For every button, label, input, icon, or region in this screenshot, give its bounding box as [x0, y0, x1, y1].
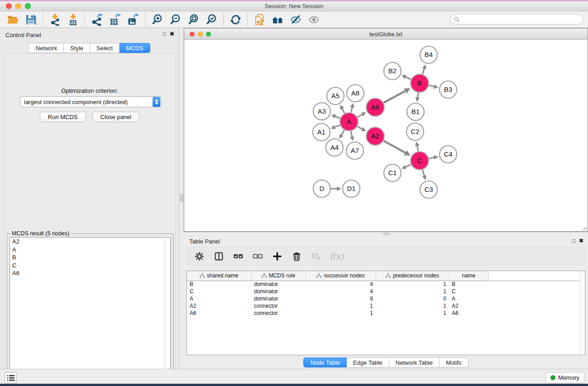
graph-node-C2[interactable]: C2 [406, 123, 424, 140]
show-details-button[interactable] [305, 12, 323, 27]
graph-node-A1[interactable]: A1 [313, 124, 330, 141]
graph-node-C4[interactable]: C4 [440, 146, 457, 163]
table-cell[interactable]: A6 [449, 310, 488, 317]
mcds-result-item[interactable]: A6 [10, 269, 170, 277]
graph-node-A[interactable]: A [340, 113, 358, 131]
table-cell[interactable]: A2 [449, 302, 488, 310]
refresh-layout-button[interactable] [226, 12, 244, 27]
table-cell[interactable]: 1 [376, 288, 449, 295]
float-panel-icon[interactable]: □ [163, 31, 166, 37]
mcds-result-list[interactable]: A2ABCA6 [10, 237, 171, 386]
graph-node-A3[interactable]: A3 [313, 103, 330, 120]
mcds-result-item[interactable]: A2 [10, 238, 170, 246]
table-cell[interactable]: 1 [376, 310, 449, 317]
open-file-button[interactable] [4, 12, 22, 27]
graph-edge-B-B2[interactable] [406, 77, 411, 79]
tab-motifs[interactable]: Motifs [440, 357, 468, 367]
graph-edge-A6-B[interactable] [383, 91, 405, 103]
table-cell[interactable]: C [449, 288, 488, 295]
column-header-mcds-role[interactable]: MCDS role [251, 271, 306, 281]
graph-node-A4[interactable]: A4 [326, 139, 343, 156]
list-scrollbar[interactable] [164, 238, 170, 386]
graph-edge-A-A7[interactable] [351, 131, 352, 137]
export-network-button[interactable] [88, 12, 106, 27]
add-column-button[interactable] [271, 250, 283, 262]
table-cell[interactable]: A [187, 295, 251, 302]
export-table-button[interactable] [106, 12, 124, 27]
table-cell[interactable]: A2 [187, 302, 251, 310]
table-cell[interactable]: connector [251, 310, 306, 317]
graph-edge-A-A3[interactable] [335, 116, 340, 118]
graph-edge-A-A1[interactable] [335, 125, 340, 127]
window-resize-grip[interactable] [582, 225, 587, 231]
table-options-button[interactable] [193, 250, 205, 262]
zoom-fit-button[interactable] [184, 12, 202, 27]
table-cell[interactable]: A [449, 295, 488, 302]
table-cell[interactable]: 4 [306, 288, 376, 295]
graph-node-D1[interactable]: D1 [343, 180, 360, 197]
table-cell[interactable]: dominator [251, 281, 306, 288]
function-builder-button[interactable]: f(x) [330, 250, 344, 262]
hide-details-button[interactable] [287, 12, 305, 27]
graph-node-C1[interactable]: C1 [384, 164, 401, 181]
table-cell[interactable]: 1 [376, 302, 449, 310]
graph-node-B2[interactable]: B2 [384, 62, 401, 80]
graph-node-B[interactable]: B [411, 74, 429, 92]
import-table-button[interactable] [64, 12, 82, 27]
graph-node-A8[interactable]: A8 [347, 85, 364, 102]
delete-columns-button[interactable] [291, 250, 302, 262]
graph-node-A6[interactable]: A6 [366, 98, 384, 116]
save-session-button[interactable] [22, 12, 40, 27]
graph-node-C3[interactable]: C3 [420, 181, 437, 198]
table-cell[interactable]: dominator [251, 288, 306, 295]
run-mcds-button[interactable]: Run MCDS [40, 112, 86, 122]
table-cell[interactable]: A6 [187, 310, 251, 317]
mcds-result-item[interactable]: C [10, 262, 170, 270]
graph-edge-C-C1[interactable] [406, 165, 411, 167]
graph-edge-A2-C[interactable] [383, 141, 405, 152]
table-row[interactable]: A6connector11A6 [187, 310, 585, 317]
horizontal-splitter[interactable] [184, 232, 588, 235]
table-cell[interactable]: B [187, 281, 251, 288]
tab-edge-table[interactable]: Edge Table [347, 357, 389, 367]
graph-edge-A-A8[interactable] [351, 107, 353, 112]
graph-node-C[interactable]: C [411, 152, 429, 170]
graph-node-B1[interactable]: B1 [407, 103, 424, 120]
zoom-in-button[interactable] [148, 12, 166, 27]
table-scrollbar[interactable] [579, 271, 585, 355]
search-box[interactable] [450, 14, 583, 24]
graph-node-A2[interactable]: A2 [366, 127, 384, 145]
table-cell[interactable]: C [187, 288, 251, 295]
float-table-panel-icon[interactable]: □ [572, 238, 575, 244]
column-header-name[interactable]: name [449, 271, 488, 281]
table-cell[interactable]: 0 [376, 295, 449, 302]
table-cell[interactable]: 8 [306, 295, 376, 302]
graph-edge-C-C3[interactable] [422, 170, 424, 176]
zoom-out-button[interactable] [166, 12, 184, 27]
search-input[interactable] [460, 16, 583, 23]
graph-node-B4[interactable]: B4 [420, 46, 437, 63]
column-header-predecessor-nodes[interactable]: predecessor nodes [376, 271, 449, 281]
tab-style[interactable]: Style [64, 43, 90, 53]
close-panel-icon[interactable]: ✖ [170, 31, 174, 37]
table-row[interactable]: Cdominator41C [187, 288, 585, 295]
home-view-button[interactable] [268, 12, 287, 27]
table-cell[interactable]: B [449, 281, 488, 288]
select-all-button[interactable] [232, 250, 244, 262]
table-cell[interactable]: connector [251, 302, 306, 310]
table-row[interactable]: A2connector11A2 [187, 302, 585, 310]
import-network-button[interactable] [46, 12, 64, 27]
graph-edge-C-C4[interactable] [429, 157, 434, 159]
table-cell[interactable]: 1 [306, 310, 376, 317]
deselect-all-button[interactable] [252, 250, 263, 262]
mcds-result-item[interactable]: B [10, 253, 170, 262]
column-header-shared-name[interactable]: shared name [187, 271, 251, 281]
graph-edge-A-A5[interactable] [342, 109, 344, 113]
graph-edge-B-B4[interactable] [422, 68, 424, 74]
table-row[interactable]: Adominator80A [187, 295, 585, 302]
graph-edge-C-C2[interactable] [417, 146, 418, 152]
zoom-selected-button[interactable] [202, 12, 220, 27]
table-cell[interactable]: 1 [376, 281, 449, 288]
close-panel-button[interactable]: Close panel [92, 112, 140, 122]
graph-edge-A-A4[interactable] [342, 130, 344, 135]
